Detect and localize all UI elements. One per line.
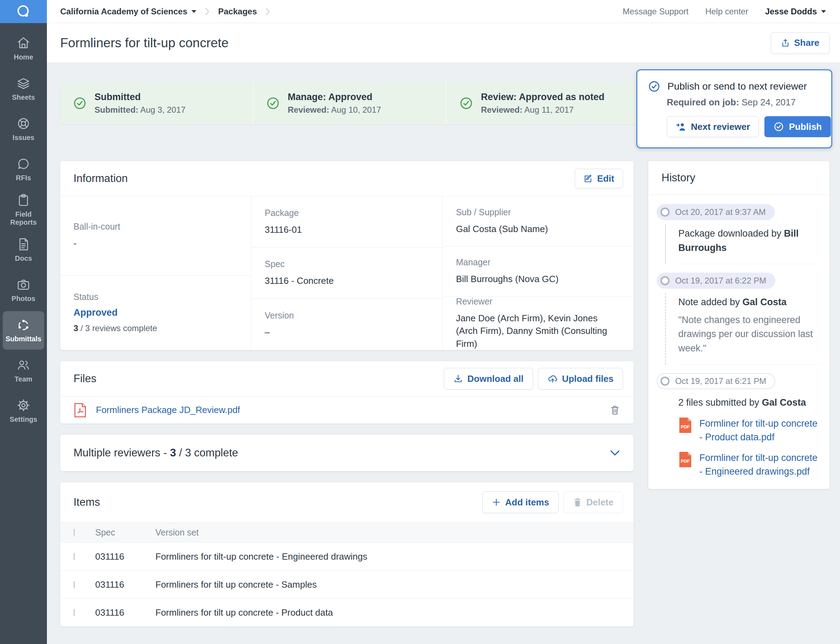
sidebar-item-photos[interactable]: Photos	[3, 271, 44, 309]
edit-button-label: Edit	[597, 173, 614, 184]
breadcrumb-project-label: California Academy of Sciences	[60, 7, 187, 16]
row-checkbox[interactable]	[74, 581, 75, 588]
history-entry-text: Package downloaded by Bill Burroughs	[678, 227, 821, 264]
field-status: Status Approved 3 / 3 reviews complete	[60, 275, 251, 350]
help-center-link[interactable]: Help center	[705, 7, 748, 16]
history-file-link[interactable]: Formliner for tilt-up concrete - Enginee…	[699, 451, 821, 478]
history-file: PDF Formliner for tilt-up concrete - Pro…	[678, 417, 821, 444]
history-card: History Oct 20, 2017 at 9:37 AM Package …	[648, 161, 830, 489]
user-menu[interactable]: Jesse Dodds	[765, 7, 826, 16]
sidebar-item-docs[interactable]: Docs	[3, 231, 44, 269]
sidebar-item-submittals[interactable]: Submittals	[3, 311, 44, 350]
timestamp-pill: Oct 19, 2017 at 6:22 PM	[657, 273, 775, 289]
sidebar-item-label: RFIs	[16, 174, 31, 182]
check-circle-icon	[459, 96, 473, 110]
breadcrumb: California Academy of Sciences Packages	[60, 6, 271, 17]
status-step-review: Review: Approved as noted Reviewed: Aug …	[447, 82, 640, 124]
multiple-reviewers-card[interactable]: Multiple reviewers - 3 / 3 complete	[60, 435, 633, 471]
pdf-icon: PDF	[678, 417, 692, 434]
share-button[interactable]: Share	[771, 32, 830, 54]
information-grid: Ball-in-court - Status Approved 3 / 3 re…	[60, 196, 633, 350]
trash-icon[interactable]	[610, 404, 620, 416]
sidebar-item-label: Sheets	[12, 94, 35, 102]
check-circle-icon	[266, 96, 280, 110]
timeline-line	[665, 224, 666, 264]
table-row[interactable]: 031116 Formliners for tilt up concrete -…	[60, 570, 633, 598]
page-title: Formliners for tilt-up concrete	[60, 36, 228, 50]
upload-files-label: Upload files	[562, 373, 613, 384]
timestamp-pill: Oct 20, 2017 at 9:37 AM	[657, 204, 775, 220]
message-support-link[interactable]: Message Support	[623, 7, 689, 16]
timestamp: Oct 20, 2017 at 9:37 AM	[675, 207, 766, 217]
files-title: Files	[74, 372, 96, 385]
sidebar-item-label: Photos	[12, 295, 35, 303]
sidebar-item-field-reports[interactable]: Field Reports	[3, 191, 44, 229]
items-card: Items Add items Delete	[60, 482, 633, 626]
chevron-down-icon	[191, 10, 196, 13]
row-checkbox[interactable]	[74, 609, 75, 616]
next-reviewer-button[interactable]: Next reviewer	[667, 116, 759, 137]
sidebar-item-label: Team	[15, 375, 33, 383]
status-approved-link[interactable]: Approved	[74, 307, 238, 318]
status-step-date: Reviewed: Aug 10, 2017	[288, 105, 381, 115]
camera-icon	[16, 278, 30, 292]
download-all-label: Download all	[467, 373, 523, 384]
layers-icon	[16, 76, 30, 90]
pdf-icon: PDF	[678, 451, 692, 468]
item-spec: 031116	[95, 607, 155, 618]
app-logo[interactable]	[0, 0, 47, 23]
note-quote: "Note changes to engineered drawings per…	[678, 313, 821, 356]
status-step-title: Manage: Approved	[288, 92, 381, 103]
history-file-link[interactable]: Formliner for tilt-up concrete - Product…	[699, 417, 821, 444]
breadcrumb-separator-icon	[203, 6, 211, 17]
multiple-reviewers-label: Multiple reviewers - 3 / 3 complete	[74, 447, 238, 459]
reviews-complete: 3 / 3 reviews complete	[74, 324, 238, 333]
user-name: Jesse Dodds	[765, 7, 817, 16]
add-items-button[interactable]: Add items	[482, 491, 559, 513]
sidebar-nav: Home Sheets Issues RFIs Field Repor	[0, 23, 47, 644]
publish-panel-title: Publish or send to next reviewer	[667, 81, 807, 92]
check-circle-icon	[648, 80, 661, 93]
publish-button-label: Publish	[789, 122, 822, 132]
sidebar-item-sheets[interactable]: Sheets	[3, 70, 44, 108]
publish-button[interactable]: Publish	[764, 116, 831, 137]
history-file: PDF Formliner for tilt-up concrete - Eng…	[678, 451, 821, 478]
table-row[interactable]: 031116 Formliners for tilt-up concrete -…	[60, 542, 633, 570]
column-header-spec: Spec	[95, 527, 155, 537]
row-checkbox[interactable]	[74, 553, 75, 560]
field-spec: Spec 31116 - Concrete	[251, 248, 442, 299]
sidebar-item-team[interactable]: Team	[3, 352, 44, 390]
download-all-button[interactable]: Download all	[444, 368, 533, 389]
field-version: Version –	[251, 299, 442, 350]
sidebar-item-home[interactable]: Home	[3, 30, 44, 68]
submittals-cycle-icon	[16, 318, 30, 332]
breadcrumb-section[interactable]: Packages	[218, 7, 257, 16]
sidebar-item-rfis[interactable]: RFIs	[3, 150, 44, 189]
items-title: Items	[74, 496, 100, 509]
clipboard-icon	[16, 193, 30, 207]
share-icon	[781, 38, 790, 48]
timestamp: Oct 19, 2017 at 6:22 PM	[675, 276, 766, 286]
team-icon	[16, 358, 30, 372]
status-step-date: Reviewed: Aug 11, 2017	[481, 105, 605, 115]
fieldwire-logo-icon	[16, 3, 31, 20]
timeline-dot-icon	[661, 376, 669, 386]
sidebar-item-issues[interactable]: Issues	[3, 110, 44, 148]
file-link[interactable]: Formliners Package JD_Review.pdf	[96, 404, 240, 416]
breadcrumb-project[interactable]: California Academy of Sciences	[60, 7, 196, 16]
svg-text:PDF: PDF	[681, 424, 690, 429]
information-title: Information	[74, 172, 128, 185]
chevron-down-icon	[821, 10, 826, 13]
sidebar-item-settings[interactable]: Settings	[3, 392, 44, 430]
upload-files-button[interactable]: Upload files	[538, 368, 623, 389]
sidebar-item-label: Issues	[13, 134, 34, 142]
sidebar-item-label: Field Reports	[3, 210, 44, 227]
item-spec: 031116	[95, 579, 155, 590]
edit-button[interactable]: Edit	[575, 169, 623, 188]
select-all-checkbox[interactable]	[74, 529, 75, 536]
page-header: Formliners for tilt-up concrete Share	[47, 23, 840, 63]
item-spec: 031116	[95, 551, 155, 562]
history-entry-text: Note added by Gal Costa "Note changes to…	[678, 295, 821, 365]
field-sub-supplier: Sub / Supplier Gal Costa (Sub Name)	[443, 196, 633, 246]
table-row[interactable]: 031116 Formliners for tilt up concrete -…	[60, 598, 633, 626]
